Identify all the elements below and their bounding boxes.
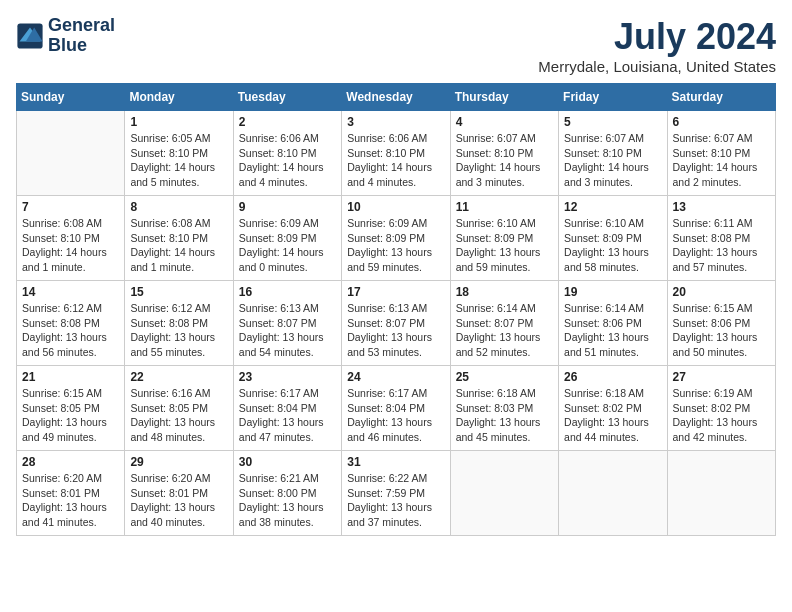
day-number: 10 xyxy=(347,200,444,214)
calendar-cell: 26Sunrise: 6:18 AMSunset: 8:02 PMDayligh… xyxy=(559,366,667,451)
week-row-2: 7Sunrise: 6:08 AMSunset: 8:10 PMDaylight… xyxy=(17,196,776,281)
day-number: 8 xyxy=(130,200,227,214)
day-info: Sunrise: 6:12 AMSunset: 8:08 PMDaylight:… xyxy=(130,301,227,360)
calendar-cell xyxy=(559,451,667,536)
day-info: Sunrise: 6:19 AMSunset: 8:02 PMDaylight:… xyxy=(673,386,770,445)
day-info: Sunrise: 6:12 AMSunset: 8:08 PMDaylight:… xyxy=(22,301,119,360)
calendar-cell: 9Sunrise: 6:09 AMSunset: 8:09 PMDaylight… xyxy=(233,196,341,281)
day-info: Sunrise: 6:08 AMSunset: 8:10 PMDaylight:… xyxy=(22,216,119,275)
calendar-cell: 23Sunrise: 6:17 AMSunset: 8:04 PMDayligh… xyxy=(233,366,341,451)
calendar-cell: 3Sunrise: 6:06 AMSunset: 8:10 PMDaylight… xyxy=(342,111,450,196)
col-friday: Friday xyxy=(559,84,667,111)
day-info: Sunrise: 6:13 AMSunset: 8:07 PMDaylight:… xyxy=(239,301,336,360)
location-subtitle: Merrydale, Louisiana, United States xyxy=(538,58,776,75)
day-number: 26 xyxy=(564,370,661,384)
logo-text: General Blue xyxy=(48,16,115,56)
day-number: 28 xyxy=(22,455,119,469)
day-number: 9 xyxy=(239,200,336,214)
col-monday: Monday xyxy=(125,84,233,111)
day-number: 17 xyxy=(347,285,444,299)
day-info: Sunrise: 6:14 AMSunset: 8:06 PMDaylight:… xyxy=(564,301,661,360)
calendar-cell xyxy=(450,451,558,536)
calendar-table: Sunday Monday Tuesday Wednesday Thursday… xyxy=(16,83,776,536)
week-row-3: 14Sunrise: 6:12 AMSunset: 8:08 PMDayligh… xyxy=(17,281,776,366)
calendar-cell: 2Sunrise: 6:06 AMSunset: 8:10 PMDaylight… xyxy=(233,111,341,196)
day-info: Sunrise: 6:22 AMSunset: 7:59 PMDaylight:… xyxy=(347,471,444,530)
page-header: General Blue July 2024 Merrydale, Louisi… xyxy=(16,16,776,75)
logo-icon xyxy=(16,22,44,50)
day-number: 24 xyxy=(347,370,444,384)
day-info: Sunrise: 6:15 AMSunset: 8:05 PMDaylight:… xyxy=(22,386,119,445)
day-info: Sunrise: 6:21 AMSunset: 8:00 PMDaylight:… xyxy=(239,471,336,530)
calendar-cell: 22Sunrise: 6:16 AMSunset: 8:05 PMDayligh… xyxy=(125,366,233,451)
calendar-cell: 24Sunrise: 6:17 AMSunset: 8:04 PMDayligh… xyxy=(342,366,450,451)
week-row-4: 21Sunrise: 6:15 AMSunset: 8:05 PMDayligh… xyxy=(17,366,776,451)
calendar-cell: 16Sunrise: 6:13 AMSunset: 8:07 PMDayligh… xyxy=(233,281,341,366)
day-info: Sunrise: 6:06 AMSunset: 8:10 PMDaylight:… xyxy=(347,131,444,190)
calendar-cell: 11Sunrise: 6:10 AMSunset: 8:09 PMDayligh… xyxy=(450,196,558,281)
calendar-cell: 5Sunrise: 6:07 AMSunset: 8:10 PMDaylight… xyxy=(559,111,667,196)
logo: General Blue xyxy=(16,16,115,56)
day-info: Sunrise: 6:20 AMSunset: 8:01 PMDaylight:… xyxy=(22,471,119,530)
day-info: Sunrise: 6:15 AMSunset: 8:06 PMDaylight:… xyxy=(673,301,770,360)
calendar-cell: 12Sunrise: 6:10 AMSunset: 8:09 PMDayligh… xyxy=(559,196,667,281)
day-number: 18 xyxy=(456,285,553,299)
calendar-header-row: Sunday Monday Tuesday Wednesday Thursday… xyxy=(17,84,776,111)
day-number: 27 xyxy=(673,370,770,384)
calendar-cell: 19Sunrise: 6:14 AMSunset: 8:06 PMDayligh… xyxy=(559,281,667,366)
calendar-cell: 18Sunrise: 6:14 AMSunset: 8:07 PMDayligh… xyxy=(450,281,558,366)
calendar-cell: 30Sunrise: 6:21 AMSunset: 8:00 PMDayligh… xyxy=(233,451,341,536)
calendar-cell: 20Sunrise: 6:15 AMSunset: 8:06 PMDayligh… xyxy=(667,281,775,366)
day-info: Sunrise: 6:18 AMSunset: 8:03 PMDaylight:… xyxy=(456,386,553,445)
day-info: Sunrise: 6:09 AMSunset: 8:09 PMDaylight:… xyxy=(347,216,444,275)
calendar-cell: 25Sunrise: 6:18 AMSunset: 8:03 PMDayligh… xyxy=(450,366,558,451)
col-wednesday: Wednesday xyxy=(342,84,450,111)
calendar-cell: 27Sunrise: 6:19 AMSunset: 8:02 PMDayligh… xyxy=(667,366,775,451)
day-number: 14 xyxy=(22,285,119,299)
day-info: Sunrise: 6:10 AMSunset: 8:09 PMDaylight:… xyxy=(564,216,661,275)
day-number: 11 xyxy=(456,200,553,214)
day-number: 19 xyxy=(564,285,661,299)
calendar-cell: 14Sunrise: 6:12 AMSunset: 8:08 PMDayligh… xyxy=(17,281,125,366)
calendar-cell: 8Sunrise: 6:08 AMSunset: 8:10 PMDaylight… xyxy=(125,196,233,281)
day-info: Sunrise: 6:11 AMSunset: 8:08 PMDaylight:… xyxy=(673,216,770,275)
col-saturday: Saturday xyxy=(667,84,775,111)
day-number: 12 xyxy=(564,200,661,214)
title-section: July 2024 Merrydale, Louisiana, United S… xyxy=(538,16,776,75)
day-number: 21 xyxy=(22,370,119,384)
calendar-cell: 4Sunrise: 6:07 AMSunset: 8:10 PMDaylight… xyxy=(450,111,558,196)
day-number: 15 xyxy=(130,285,227,299)
day-number: 16 xyxy=(239,285,336,299)
day-number: 5 xyxy=(564,115,661,129)
calendar-cell: 1Sunrise: 6:05 AMSunset: 8:10 PMDaylight… xyxy=(125,111,233,196)
day-info: Sunrise: 6:09 AMSunset: 8:09 PMDaylight:… xyxy=(239,216,336,275)
calendar-cell: 10Sunrise: 6:09 AMSunset: 8:09 PMDayligh… xyxy=(342,196,450,281)
day-info: Sunrise: 6:13 AMSunset: 8:07 PMDaylight:… xyxy=(347,301,444,360)
day-info: Sunrise: 6:17 AMSunset: 8:04 PMDaylight:… xyxy=(239,386,336,445)
calendar-cell: 6Sunrise: 6:07 AMSunset: 8:10 PMDaylight… xyxy=(667,111,775,196)
day-info: Sunrise: 6:08 AMSunset: 8:10 PMDaylight:… xyxy=(130,216,227,275)
day-info: Sunrise: 6:07 AMSunset: 8:10 PMDaylight:… xyxy=(456,131,553,190)
day-info: Sunrise: 6:14 AMSunset: 8:07 PMDaylight:… xyxy=(456,301,553,360)
day-info: Sunrise: 6:05 AMSunset: 8:10 PMDaylight:… xyxy=(130,131,227,190)
day-number: 6 xyxy=(673,115,770,129)
day-info: Sunrise: 6:18 AMSunset: 8:02 PMDaylight:… xyxy=(564,386,661,445)
calendar-cell: 29Sunrise: 6:20 AMSunset: 8:01 PMDayligh… xyxy=(125,451,233,536)
day-number: 13 xyxy=(673,200,770,214)
calendar-cell xyxy=(17,111,125,196)
day-number: 2 xyxy=(239,115,336,129)
calendar-cell: 15Sunrise: 6:12 AMSunset: 8:08 PMDayligh… xyxy=(125,281,233,366)
day-number: 4 xyxy=(456,115,553,129)
day-number: 31 xyxy=(347,455,444,469)
col-tuesday: Tuesday xyxy=(233,84,341,111)
week-row-1: 1Sunrise: 6:05 AMSunset: 8:10 PMDaylight… xyxy=(17,111,776,196)
calendar-cell: 13Sunrise: 6:11 AMSunset: 8:08 PMDayligh… xyxy=(667,196,775,281)
day-number: 29 xyxy=(130,455,227,469)
col-sunday: Sunday xyxy=(17,84,125,111)
day-number: 23 xyxy=(239,370,336,384)
day-info: Sunrise: 6:17 AMSunset: 8:04 PMDaylight:… xyxy=(347,386,444,445)
day-info: Sunrise: 6:07 AMSunset: 8:10 PMDaylight:… xyxy=(564,131,661,190)
day-info: Sunrise: 6:20 AMSunset: 8:01 PMDaylight:… xyxy=(130,471,227,530)
day-info: Sunrise: 6:16 AMSunset: 8:05 PMDaylight:… xyxy=(130,386,227,445)
day-info: Sunrise: 6:10 AMSunset: 8:09 PMDaylight:… xyxy=(456,216,553,275)
